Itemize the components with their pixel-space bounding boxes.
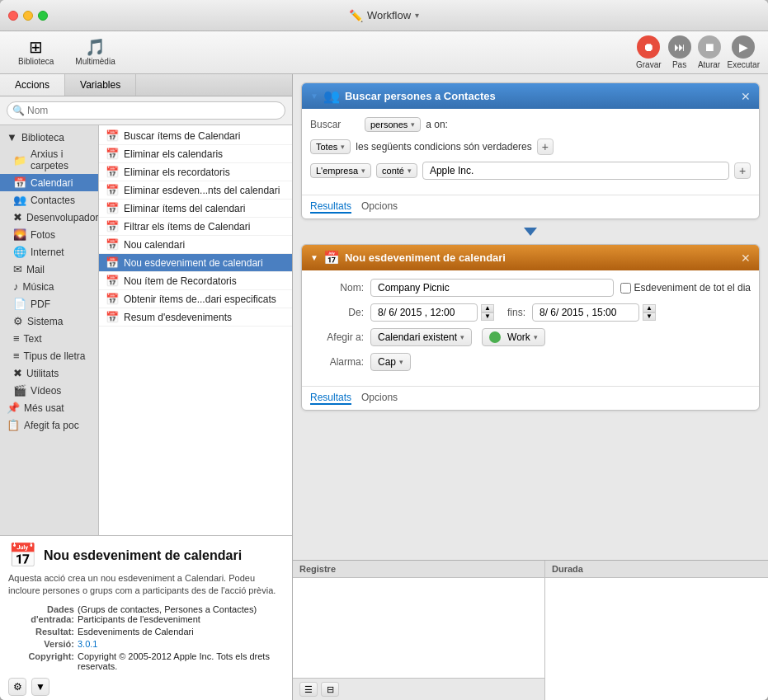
card1-empresa-select[interactable]: L'empresa ▾ xyxy=(310,163,371,178)
category-item-videos[interactable]: 🎬 Vídeos xyxy=(0,382,98,399)
card1-collapse-arrow[interactable]: ▼ xyxy=(310,92,318,101)
action-eliminar-esdeveniments[interactable]: 📅 Eliminar esdeven...nts del calendari xyxy=(99,181,292,200)
action-nou-calendari[interactable]: 📅 Nou calendari xyxy=(99,236,292,254)
card1-apple-input[interactable] xyxy=(422,162,729,180)
multimedia-button[interactable]: 🎵 Multimèdia xyxy=(65,35,125,69)
categoria-calendari-label: Calendari xyxy=(31,177,73,189)
card1-persones-arrow: ▾ xyxy=(411,120,415,129)
gravar-button[interactable]: ⏺ Gravar xyxy=(636,35,662,69)
card1-empresa-row: L'empresa ▾ conté ▾ + xyxy=(310,162,751,180)
category-item-mail[interactable]: ✉ Mail xyxy=(0,261,98,278)
action-obtenir-items[interactable]: 📅 Obtenir ítems de...dari especificats xyxy=(99,290,292,308)
card1-empresa-value: L'empresa xyxy=(316,166,358,176)
card1-opcions-tab[interactable]: Opcions xyxy=(361,200,398,214)
sistema-icon: ⚙ xyxy=(13,315,23,327)
categoria-videos-label: Vídeos xyxy=(31,385,61,397)
card1-totes-select[interactable]: Totes ▾ xyxy=(310,139,351,154)
category-item-tipus[interactable]: ≡ Tipus de lletra xyxy=(0,347,98,364)
card2-nom-label: Nom: xyxy=(310,282,364,294)
action-nou-esdeveniment[interactable]: 📅 Nou esdeveniment de calendari xyxy=(99,254,292,272)
action-eliminar-calendaris[interactable]: 📅 Eliminar els calendaris xyxy=(99,145,292,163)
card1-resultats-tab[interactable]: Resultats xyxy=(310,200,351,214)
card1-close-btn[interactable]: ✕ xyxy=(741,90,751,103)
category-item-fotos[interactable]: 🌄 Fotos xyxy=(0,226,98,243)
window-title-area: ✏️ Workflow ▾ xyxy=(349,9,419,22)
minimize-button[interactable] xyxy=(23,11,33,21)
card1-body: Buscar persones ▾ a on: Totes ▾ xyxy=(302,109,759,195)
main-window: ✏️ Workflow ▾ ⊞ Biblioteca 🎵 Multimèdia … xyxy=(0,0,768,700)
category-item-utilitats[interactable]: ✖ Utilitats xyxy=(0,364,98,382)
card1-totes-row: Totes ▾ les següents condicions són verd… xyxy=(310,139,751,155)
card1-add-condition-btn[interactable]: + xyxy=(537,139,554,155)
biblioteca-icon: ⊞ xyxy=(29,39,43,55)
category-item-text[interactable]: ≡ Text xyxy=(0,330,98,347)
aturar-button[interactable]: ⏹ Aturar xyxy=(698,35,721,69)
card2-fins-input[interactable] xyxy=(532,303,639,322)
card2-tot-dia-checkbox[interactable] xyxy=(620,283,631,294)
card1-empresa-arrow: ▾ xyxy=(361,167,365,175)
action-eliminar-recordatoris[interactable]: 📅 Eliminar els recordatoris xyxy=(99,163,292,181)
action-nou-item-rec[interactable]: 📅 Nou ítem de Recordatoris xyxy=(99,272,292,290)
category-item-musica[interactable]: ♪ Música xyxy=(0,278,98,295)
card2-resultats-tab[interactable]: Resultats xyxy=(310,392,351,405)
biblioteca-label: Biblioteca xyxy=(18,57,54,66)
card2-nom-input[interactable] xyxy=(370,279,614,297)
card1-buscar-label: Buscar xyxy=(310,119,360,130)
category-item-biblioteca[interactable]: ▼ Biblioteca xyxy=(0,129,98,146)
card2-dates-row: De: ▲ ▼ fins: xyxy=(310,303,751,322)
category-item-internet[interactable]: 🌐 Internet xyxy=(0,243,98,261)
category-item-mes-usat[interactable]: 📌 Més usat xyxy=(0,399,98,416)
info-list-btn[interactable]: ▼ xyxy=(31,678,49,696)
act-elim-cal-label: Eliminar els calendaris xyxy=(124,148,223,160)
contactes-icon: 👥 xyxy=(13,194,26,206)
action-filtrar[interactable]: 📅 Filtrar els ítems de Calendari xyxy=(99,218,292,236)
log-list-btn[interactable]: ☰ xyxy=(299,682,318,697)
fullscreen-button[interactable] xyxy=(38,11,48,21)
category-item-pdf[interactable]: 📄 PDF xyxy=(0,295,98,312)
category-item-arxius[interactable]: 📁 Arxius i carpetes xyxy=(0,146,98,174)
info-gear-btn[interactable]: ⚙ xyxy=(8,678,26,696)
card2-cal-existent-select[interactable]: Calendari existent ▾ xyxy=(370,328,472,346)
search-wrapper: 🔍 xyxy=(7,101,285,120)
card2-de-down[interactable]: ▼ xyxy=(481,312,494,321)
category-item-contactes[interactable]: 👥 Contactes xyxy=(0,191,98,209)
log-split-btn[interactable]: ⊟ xyxy=(321,682,339,697)
card2-fins-up[interactable]: ▲ xyxy=(643,304,656,312)
card1-conte-select[interactable]: conté ▾ xyxy=(376,163,417,178)
mes-icon: 📌 xyxy=(7,402,20,414)
category-item-sistema[interactable]: ⚙ Sistema xyxy=(0,312,98,330)
card2-body: Nom: Esdeveniment de tot el dia De: xyxy=(302,270,759,386)
category-item-calendari[interactable]: 📅 Calendari xyxy=(0,174,98,191)
card2-fins-down[interactable]: ▼ xyxy=(643,312,656,321)
card2-close-btn[interactable]: ✕ xyxy=(741,251,751,265)
tab-variables[interactable]: Variables xyxy=(65,74,136,96)
search-input[interactable] xyxy=(7,101,285,120)
gravar-icon: ⏺ xyxy=(637,35,660,59)
card1-add-empresa-btn[interactable]: + xyxy=(734,162,751,179)
biblioteca-button[interactable]: ⊞ Biblioteca xyxy=(8,35,64,69)
category-item-afegit[interactable]: 📋 Afegit fa poc xyxy=(0,416,98,434)
card2-work-select[interactable]: Work ▾ xyxy=(482,328,545,346)
close-button[interactable] xyxy=(8,11,18,21)
card2-tot-dia-group: Esdeveniment de tot el dia xyxy=(620,282,751,294)
tab-accions[interactable]: Accions xyxy=(0,74,65,96)
chevron-down-icon: ▾ xyxy=(415,11,419,20)
act-elim-rec-icon: 📅 xyxy=(106,166,119,178)
act-cal-icon: 📅 xyxy=(106,129,119,142)
sidebar-content: ▼ Biblioteca 📁 Arxius i carpetes 📅 Calen… xyxy=(0,125,292,535)
card2-de-up[interactable]: ▲ xyxy=(481,304,494,312)
window-title: Workflow xyxy=(367,9,411,21)
card2-de-input[interactable] xyxy=(370,303,478,322)
category-item-desenvolupador[interactable]: ✖ Desenvolupador xyxy=(0,209,98,226)
card2-cap-select[interactable]: Cap ▾ xyxy=(370,353,411,371)
executar-button[interactable]: ▶ Executar xyxy=(728,35,760,69)
pas-button[interactable]: ⏭ Pas xyxy=(668,35,691,69)
versio-link[interactable]: 3.0.1 xyxy=(78,639,97,649)
card1-persones-select[interactable]: persones ▾ xyxy=(365,117,421,132)
action-buscar-items[interactable]: 📅 Buscar ítems de Calendari xyxy=(99,127,292,145)
action-eliminar-items[interactable]: 📅 Eliminar ítems del calendari xyxy=(99,200,292,218)
card2-opcions-tab[interactable]: Opcions xyxy=(361,392,398,405)
card2-collapse-arrow[interactable]: ▼ xyxy=(310,253,318,262)
card2-afegir-row: Afegir a: Calendari existent ▾ Work ▾ xyxy=(310,328,751,346)
action-resum[interactable]: 📅 Resum d'esdeveniments xyxy=(99,308,292,327)
